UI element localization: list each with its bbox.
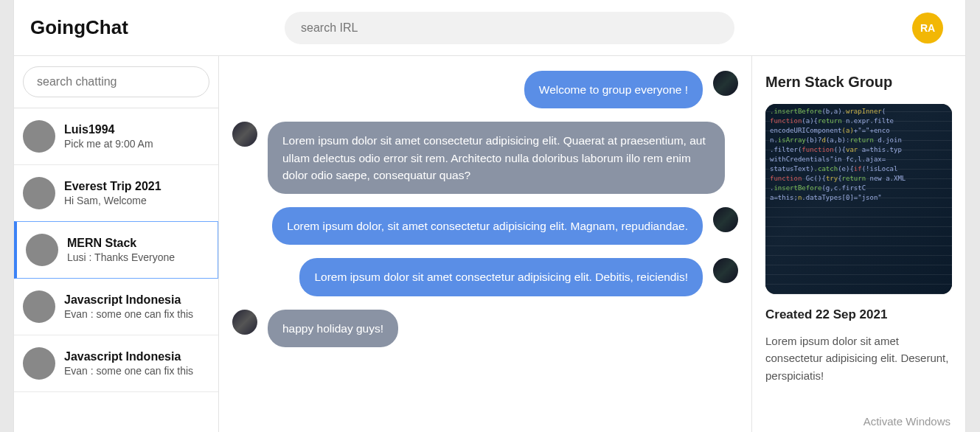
- chat-preview: Pick me at 9:00 Am: [64, 138, 153, 150]
- chat-avatar: [26, 234, 58, 266]
- group-created: Created 22 Sep 2021: [765, 307, 952, 322]
- app-frame: GoingChat RA Luis1994Pick me at 9:00 AmE…: [13, 0, 966, 432]
- group-image-code: .insertBefore(b,a).wrapInner(function(a)…: [765, 104, 952, 294]
- chat-text: Javascript IndonesiaEvan : some one can …: [64, 350, 193, 377]
- message-avatar: [713, 258, 738, 283]
- message-bubble: Lorem ipsum dolor sit amet consectetur a…: [299, 258, 703, 296]
- global-search-input[interactable]: [301, 21, 718, 35]
- chat-avatar: [23, 290, 55, 323]
- chat-name: Javascript Indonesia: [64, 350, 193, 363]
- chat-item[interactable]: Javascript IndonesiaEvan : some one can …: [14, 335, 218, 392]
- message-bubble: Lorem ipsum dolor, sit amet consectetur …: [272, 207, 703, 245]
- chat-text: Javascript IndonesiaEvan : some one can …: [64, 293, 193, 320]
- chat-preview: Hi Sam, Welcome: [64, 195, 161, 206]
- sidebar-search-wrap: [14, 56, 218, 108]
- chat-list: Luis1994Pick me at 9:00 AmEverest Trip 2…: [14, 108, 218, 432]
- group-image: .insertBefore(b,a).wrapInner(function(a)…: [765, 104, 952, 294]
- chat-text: Everest Trip 2021Hi Sam, Welcome: [64, 180, 161, 206]
- sidebar-search-input[interactable]: [23, 66, 209, 97]
- message-row: Welcome to group everyone !: [232, 71, 738, 108]
- chat-text: MERN StackLusi : Thanks Everyone: [67, 237, 175, 263]
- body: Luis1994Pick me at 9:00 AmEverest Trip 2…: [14, 56, 965, 432]
- chat-text: Luis1994Pick me at 9:00 Am: [64, 123, 153, 150]
- message-avatar: [713, 207, 738, 232]
- chat-preview: Lusi : Thanks Everyone: [67, 251, 175, 263]
- chat-preview: Evan : some one can fix this: [64, 308, 193, 320]
- message-avatar: [232, 310, 257, 335]
- chat-avatar: [23, 347, 55, 380]
- chat-avatar: [23, 177, 55, 209]
- message-row: happy holiday guys!: [232, 310, 738, 347]
- brand-title: GoingChat: [30, 16, 285, 39]
- message-row: Lorem ipsum dolor sit amet consectetur a…: [232, 258, 738, 296]
- message-row: Lorem ipsum dolor, sit amet consectetur …: [232, 207, 738, 245]
- group-description: Lorem ipsum dolor sit amet consectetur a…: [765, 332, 952, 384]
- message-bubble: Lorem ipsum dolor sit amet consectetur a…: [268, 122, 725, 194]
- message-row: Lorem ipsum dolor sit amet consectetur a…: [232, 122, 738, 194]
- user-avatar[interactable]: RA: [912, 13, 943, 43]
- chat-preview: Evan : some one can fix this: [64, 365, 193, 377]
- sidebar: Luis1994Pick me at 9:00 AmEverest Trip 2…: [14, 56, 219, 432]
- chat-item[interactable]: Javascript IndonesiaEvan : some one can …: [14, 279, 218, 335]
- group-title: Mern Stack Group: [765, 74, 952, 91]
- header: GoingChat RA: [14, 0, 965, 56]
- chat-name: Luis1994: [64, 123, 153, 136]
- chat-avatar: [23, 120, 55, 153]
- chat-area: Welcome to group everyone !Lorem ipsum d…: [219, 56, 751, 432]
- message-bubble: Welcome to group everyone !: [524, 71, 703, 108]
- global-search-wrap[interactable]: [285, 12, 734, 44]
- details-panel: Mern Stack Group .insertBefore(b,a).wrap…: [751, 56, 965, 432]
- message-avatar: [232, 122, 257, 147]
- message-avatar: [713, 71, 738, 96]
- chat-name: Javascript Indonesia: [64, 293, 193, 307]
- message-bubble: happy holiday guys!: [268, 310, 398, 347]
- chat-name: Everest Trip 2021: [64, 180, 161, 193]
- chat-name: MERN Stack: [67, 237, 175, 250]
- chat-item[interactable]: Luis1994Pick me at 9:00 Am: [14, 108, 218, 165]
- chat-item[interactable]: MERN StackLusi : Thanks Everyone: [14, 221, 218, 279]
- chat-item[interactable]: Everest Trip 2021Hi Sam, Welcome: [14, 165, 218, 222]
